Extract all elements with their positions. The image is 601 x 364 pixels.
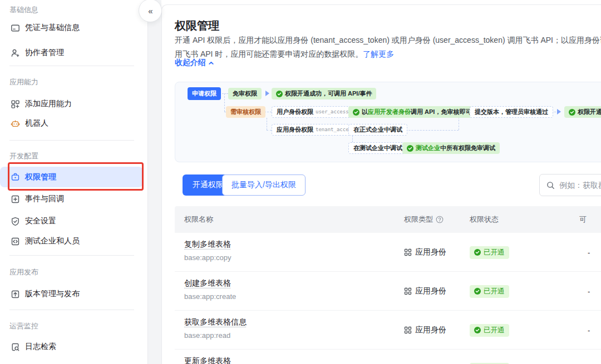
node-label: 以应用开发者身份调用 API，免审核即可调试 <box>362 108 484 116</box>
connector <box>224 93 225 112</box>
sidebar-item-label: 凭证与基础信息 <box>25 23 80 33</box>
sidebar-item-label: 日志检索 <box>25 342 56 352</box>
sidebar-item-test-company[interactable]: 测试企业和人员 <box>0 232 143 250</box>
permission-search-box[interactable] <box>539 174 601 196</box>
status-label: 已开通 <box>484 248 505 257</box>
node-no-review: 免审权限 <box>228 88 262 99</box>
header-scope: 可 <box>579 206 587 233</box>
sidebar-item-permissions[interactable]: 权限管理 <box>0 167 143 187</box>
node-need-review: 需审核权限 <box>226 106 265 118</box>
permission-type: 应用身份 <box>415 325 446 335</box>
add-capability-icon <box>11 99 20 109</box>
sidebar-item-version-release[interactable]: 版本管理与发布 <box>0 285 143 303</box>
node-label: 权限开通成功，可调用 API/事件 <box>578 108 601 116</box>
app-identity-icon <box>404 326 412 334</box>
status-badge: 已开通 <box>470 324 509 337</box>
description-line-1: 开通 API 权限后，应用才能以应用身份 (tenant_access_toke… <box>175 33 601 47</box>
sidebar-item-security[interactable]: 安全设置 <box>0 212 143 230</box>
shield-check-icon <box>11 217 20 226</box>
sidebar-item-credentials[interactable]: 凭证与基础信息 <box>0 19 143 37</box>
sidebar-item-collaborators[interactable]: 协作者管理 <box>0 44 143 62</box>
sidebar-item-label: 测试企业和人员 <box>25 236 80 246</box>
description-text: 用飞书 API 时，应用可能还需要申请对应的数据权限。 <box>175 49 363 58</box>
table-row: 复制多维表格base:app:copy 应用身份 已开通 - <box>175 233 601 272</box>
search-input[interactable] <box>559 181 601 190</box>
check-circle-icon <box>569 109 575 116</box>
sidebar-divider <box>9 310 134 310</box>
table-row: 获取多维表格信息base:app:read 应用身份 已开通 - <box>175 311 601 350</box>
node-success-2: 权限开通成功，可调用 API/事件 <box>564 106 601 118</box>
sidebar-item-bot[interactable]: 机器人 <box>0 114 143 132</box>
sidebar-divider <box>9 140 134 141</box>
permission-type: 应用身份 <box>415 247 446 257</box>
upload-square-icon <box>11 290 20 299</box>
sidebar-divider <box>9 255 134 256</box>
section-label-release: 应用发布 <box>9 267 38 277</box>
connector <box>267 130 272 131</box>
code-brackets-icon <box>11 237 20 246</box>
section-label-dev-config: 开发配置 <box>9 151 38 161</box>
node-apply-permission: 申请权限 <box>188 87 221 100</box>
permission-type: 应用身份 <box>415 286 446 296</box>
permission-name[interactable]: 更新多维表格 <box>184 356 231 364</box>
sidebar-item-label: 机器人 <box>25 118 48 128</box>
learn-more-link[interactable]: 了解更多 <box>363 49 394 58</box>
scope-value: - <box>588 311 590 350</box>
main-panel: 权限管理 开通 API 权限后，应用才能以应用身份 (tenant_access… <box>161 4 601 364</box>
table-row: 更新多维表格 已开通 <box>175 350 601 364</box>
panel-gutter <box>148 0 161 364</box>
node-debug-formal: 在正式企业中调试 <box>348 124 407 136</box>
check-circle-icon <box>353 109 359 116</box>
event-callback-icon <box>11 195 20 204</box>
connector <box>352 136 353 142</box>
node-success-1: 权限开通成功，可调用 API/事件 <box>272 88 376 99</box>
permission-table: 权限名称 权限类型 权限状态 可 复制多维表格base:app:copy 应用身… <box>175 206 601 364</box>
permission-name[interactable]: 复制多维表格 <box>184 240 231 250</box>
collapse-intro-link[interactable]: 收起介绍 <box>175 58 214 68</box>
node-debug-test: 在测试企业中调试 <box>348 142 407 154</box>
sidebar-item-label: 权限管理 <box>25 172 56 182</box>
page-title: 权限管理 <box>175 18 219 33</box>
credential-card-icon <box>11 23 20 33</box>
collaborator-icon <box>11 48 20 58</box>
permission-code: base:app:create <box>184 292 236 301</box>
scope-value: - <box>588 272 590 311</box>
status-label: 已开通 <box>484 326 505 335</box>
section-label-basic-info: 基础信息 <box>9 5 38 15</box>
app-identity-icon <box>404 248 412 256</box>
permission-code: base:app:read <box>184 331 247 340</box>
arrow-right-icon <box>557 109 561 114</box>
status-label: 已开通 <box>484 287 505 296</box>
log-search-icon <box>11 342 20 352</box>
header-label: 权限类型 <box>404 215 433 225</box>
permission-name[interactable]: 获取多维表格信息 <box>184 317 247 327</box>
sidebar-item-events[interactable]: 事件与回调 <box>0 190 143 208</box>
header-permission-type: 权限类型 <box>404 206 444 233</box>
sidebar-item-label: 协作者管理 <box>25 48 64 58</box>
node-label: 测试企业中所有权限免审调试 <box>416 144 495 152</box>
check-circle-icon <box>276 91 283 97</box>
batch-import-export-button[interactable]: 批量导入/导出权限 <box>222 174 306 196</box>
check-circle-icon <box>407 145 413 152</box>
node-label: 用户身份权限 <box>277 108 313 116</box>
sidebar-item-label: 添加应用能力 <box>25 99 72 109</box>
search-icon <box>546 181 555 190</box>
permission-name[interactable]: 创建多维表格 <box>184 278 236 288</box>
status-badge: 已开通 <box>470 246 509 259</box>
status-badge: 已开通 <box>470 285 509 298</box>
sidebar-item-logs[interactable]: 日志检索 <box>0 338 143 356</box>
section-label-monitor: 运营监控 <box>9 321 38 331</box>
table-header: 权限名称 权限类型 权限状态 可 <box>175 206 601 233</box>
connector <box>267 118 267 130</box>
permission-flow-diagram: 申请权限 免审权限 权限开通成功，可调用 API/事件 需审核权限 用户身份权限… <box>175 82 601 162</box>
help-question-icon[interactable] <box>436 216 444 223</box>
header-permission-name: 权限名称 <box>184 206 213 233</box>
sidebar: 基础信息 凭证与基础信息 协作者管理 应用能力 添加应用能力 机器人 开发配置 … <box>0 0 148 364</box>
sidebar-item-add-capability[interactable]: 添加应用能力 <box>0 95 143 113</box>
table-row: 创建多维表格base:app:create 应用身份 已开通 - <box>175 272 601 311</box>
robot-icon <box>11 119 20 128</box>
sidebar-item-label: 安全设置 <box>25 216 56 226</box>
node-label: 权限开通成功，可调用 API/事件 <box>285 89 372 98</box>
section-label-capability: 应用能力 <box>9 77 38 87</box>
sidebar-collapse-button[interactable]: « <box>139 0 162 22</box>
